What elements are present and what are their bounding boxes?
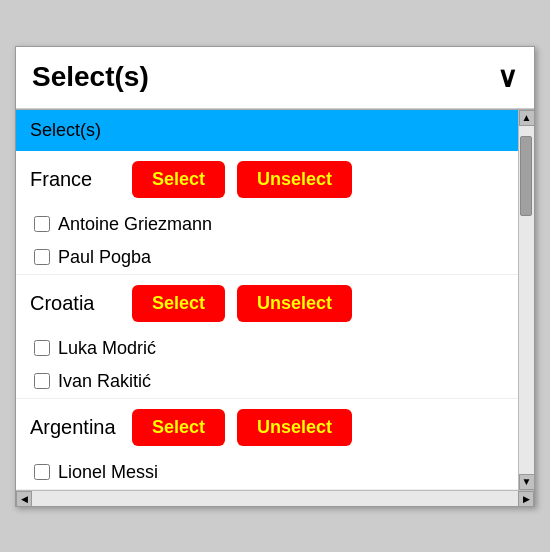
member-row: Luka Modrić [16,332,518,365]
lionel-messi-label: Lionel Messi [58,462,158,483]
scroll-up-arrow[interactable]: ▲ [519,110,535,126]
croatia-select-button[interactable]: Select [132,285,225,322]
group-croatia: Croatia Select Unselect Luka Modrić Ivan… [16,275,518,399]
scroll-right-arrow[interactable]: ▶ [518,491,534,507]
hscrollbar-track[interactable] [32,491,518,506]
paul-pogba-checkbox[interactable] [34,249,50,265]
france-select-button[interactable]: Select [132,161,225,198]
dropdown-body: Select(s) France Select Unselect Antoine… [16,109,534,490]
chevron-down-icon[interactable]: ∨ [497,61,518,94]
croatia-unselect-button[interactable]: Unselect [237,285,352,322]
selected-header: Select(s) [16,110,518,151]
paul-pogba-label: Paul Pogba [58,247,151,268]
argentina-label: Argentina [30,416,120,439]
argentina-group-row: Argentina Select Unselect [16,399,518,456]
scroll-down-arrow[interactable]: ▼ [519,474,535,490]
croatia-label: Croatia [30,292,120,315]
group-france: France Select Unselect Antoine Griezmann… [16,151,518,275]
argentina-select-button[interactable]: Select [132,409,225,446]
widget-container: Select(s) ∨ Select(s) France Select Unse… [15,46,535,507]
france-label: France [30,168,120,191]
antoine-griezmann-checkbox[interactable] [34,216,50,232]
scrollbar-thumb[interactable] [520,136,532,216]
member-row: Lionel Messi [16,456,518,489]
croatia-group-row: Croatia Select Unselect [16,275,518,332]
luka-modric-checkbox[interactable] [34,340,50,356]
ivan-rakitic-label: Ivan Rakitić [58,371,151,392]
argentina-unselect-button[interactable]: Unselect [237,409,352,446]
group-argentina: Argentina Select Unselect Lionel Messi [16,399,518,490]
vertical-scrollbar[interactable]: ▲ ▼ [518,110,534,490]
header-title: Select(s) [32,61,149,93]
scroll-left-arrow[interactable]: ◀ [16,491,32,507]
member-row: Ivan Rakitić [16,365,518,398]
member-row: Paul Pogba [16,241,518,274]
luka-modric-label: Luka Modrić [58,338,156,359]
antoine-griezmann-label: Antoine Griezmann [58,214,212,235]
dropdown-content: Select(s) France Select Unselect Antoine… [16,110,518,490]
france-group-row: France Select Unselect [16,151,518,208]
member-row: Antoine Griezmann [16,208,518,241]
france-unselect-button[interactable]: Unselect [237,161,352,198]
horizontal-scrollbar[interactable]: ◀ ▶ [16,490,534,506]
lionel-messi-checkbox[interactable] [34,464,50,480]
dropdown-header[interactable]: Select(s) ∨ [16,47,534,109]
ivan-rakitic-checkbox[interactable] [34,373,50,389]
scrollbar-track[interactable] [519,126,534,474]
